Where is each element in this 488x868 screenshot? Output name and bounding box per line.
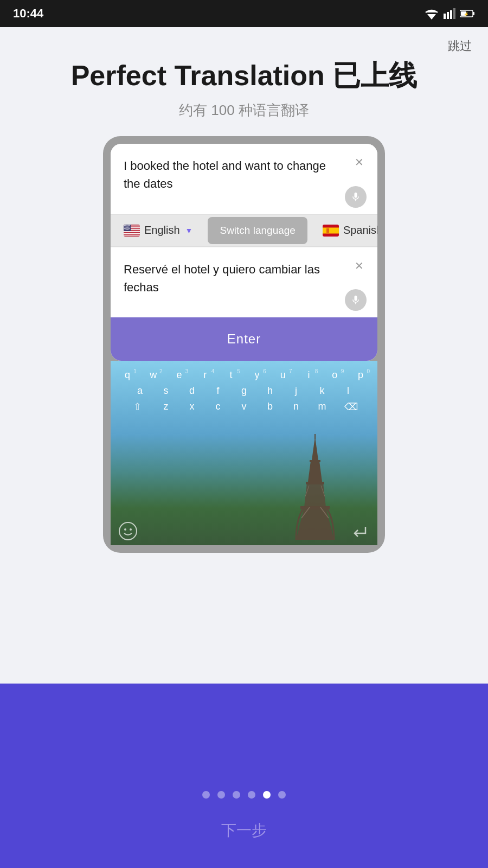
- switch-language-button[interactable]: Switch language: [208, 217, 307, 244]
- us-flag-icon: [124, 225, 140, 237]
- svg-rect-15: [124, 234, 140, 235]
- key-i[interactable]: 8i: [298, 369, 320, 381]
- svg-rect-52: [306, 482, 324, 484]
- status-time: 10:44: [13, 7, 43, 21]
- svg-rect-14: [124, 233, 140, 234]
- svg-rect-55: [310, 460, 320, 462]
- enter-key-icon[interactable]: [350, 521, 370, 541]
- key-l[interactable]: l: [337, 385, 359, 397]
- svg-point-39: [129, 228, 130, 229]
- svg-point-25: [129, 226, 129, 226]
- svg-point-26: [124, 226, 125, 227]
- key-w[interactable]: 2w: [142, 369, 165, 381]
- svg-point-19: [127, 225, 127, 225]
- dot-5[interactable]: [263, 791, 271, 799]
- svg-point-64: [130, 528, 132, 531]
- key-e[interactable]: 3e: [168, 369, 191, 381]
- source-lang-chevron: ▼: [185, 226, 193, 235]
- svg-point-33: [127, 227, 128, 228]
- keyboard-row-1: 1q 2w 3e 4r 5t 6y 7u 8i 9o 0p: [116, 369, 372, 381]
- bottom-section: 下一步: [0, 684, 488, 868]
- keyboard: 1q 2w 3e 4r 5t 6y 7u 8i 9o 0p: [111, 361, 377, 423]
- key-z[interactable]: z: [155, 401, 177, 413]
- next-button[interactable]: 下一步: [221, 820, 267, 841]
- mic-target-icon: [350, 295, 361, 305]
- enter-button[interactable]: Enter: [111, 317, 377, 361]
- svg-point-31: [125, 227, 125, 228]
- key-v[interactable]: v: [233, 401, 255, 413]
- emoji-icon[interactable]: [118, 521, 138, 541]
- svg-point-40: [125, 229, 125, 229]
- svg-point-29: [128, 226, 129, 227]
- svg-rect-6: [473, 12, 474, 15]
- dot-4[interactable]: [248, 791, 255, 799]
- close-target-button[interactable]: ✕: [351, 258, 367, 273]
- key-shift[interactable]: ⇧: [123, 401, 151, 413]
- svg-point-36: [125, 228, 126, 229]
- key-u[interactable]: 7u: [272, 369, 294, 381]
- svg-marker-56: [312, 437, 318, 460]
- key-m[interactable]: m: [311, 401, 333, 413]
- dot-2[interactable]: [217, 791, 225, 799]
- key-o[interactable]: 9o: [323, 369, 346, 381]
- key-q[interactable]: 1q: [116, 369, 139, 381]
- mic-source-button[interactable]: [345, 186, 367, 208]
- key-t[interactable]: 5t: [220, 369, 242, 381]
- source-lang-label: English: [144, 224, 180, 237]
- svg-point-37: [127, 228, 127, 229]
- close-source-button[interactable]: ✕: [351, 155, 367, 170]
- svg-point-62: [119, 522, 137, 540]
- key-p[interactable]: 0p: [349, 369, 372, 381]
- key-backspace[interactable]: ⌫: [337, 401, 365, 413]
- key-j[interactable]: j: [285, 385, 307, 397]
- key-s[interactable]: s: [155, 385, 177, 397]
- svg-marker-54: [315, 461, 322, 482]
- mic-target-button[interactable]: [345, 289, 367, 311]
- status-icons: ⚡: [424, 8, 475, 20]
- key-a[interactable]: a: [129, 385, 151, 397]
- dot-1[interactable]: [202, 791, 210, 799]
- svg-point-20: [128, 225, 129, 225]
- status-bar: 10:44 ⚡: [0, 0, 488, 27]
- dots-navigation: [202, 791, 286, 799]
- keyboard-row-3: ⇧ z x c v b n m ⌫: [116, 401, 372, 413]
- target-lang-button[interactable]: Spanish ▼: [310, 215, 377, 245]
- svg-rect-4: [453, 8, 455, 19]
- dot-3[interactable]: [233, 791, 240, 799]
- key-c[interactable]: c: [207, 401, 229, 413]
- svg-point-17: [124, 225, 125, 225]
- target-text: Reservé el hotel y quiero cambiar las fe…: [124, 260, 364, 296]
- wifi-icon: [424, 8, 439, 20]
- target-area: Reservé el hotel y quiero cambiar las fe…: [111, 247, 377, 317]
- keyboard-background: 1q 2w 3e 4r 5t 6y 7u 8i 9o 0p: [111, 361, 377, 545]
- target-lang-label: Spanish: [343, 224, 377, 237]
- key-d[interactable]: d: [181, 385, 203, 397]
- translation-card: I booked the hotel and want to change th…: [111, 144, 377, 361]
- key-r[interactable]: 4r: [194, 369, 216, 381]
- key-k[interactable]: k: [311, 385, 333, 397]
- svg-rect-57: [314, 434, 316, 439]
- language-bar: English ▼ Switch language Spanish ▼: [111, 214, 377, 247]
- key-h[interactable]: h: [259, 385, 281, 397]
- phone-mockup: I booked the hotel and want to change th…: [103, 136, 385, 553]
- title-section: Perfect Translation 已上线 约有 100 种语言翻译: [0, 27, 488, 136]
- subtitle: 约有 100 种语言翻译: [33, 101, 455, 120]
- svg-point-38: [128, 228, 129, 229]
- key-f[interactable]: f: [207, 385, 229, 397]
- key-y[interactable]: 6y: [246, 369, 268, 381]
- svg-point-30: [129, 226, 130, 227]
- signal-icon: [444, 8, 455, 19]
- page-wrapper: 跳过 Perfect Translation 已上线 约有 100 种语言翻译 …: [0, 27, 488, 868]
- key-x[interactable]: x: [181, 401, 203, 413]
- svg-point-28: [127, 226, 127, 227]
- source-lang-button[interactable]: English ▼: [111, 215, 206, 245]
- key-g[interactable]: g: [233, 385, 255, 397]
- svg-point-63: [124, 528, 126, 531]
- skip-button[interactable]: 跳过: [448, 38, 472, 54]
- key-b[interactable]: b: [259, 401, 281, 413]
- dot-6[interactable]: [278, 791, 286, 799]
- es-flag-icon: [323, 225, 339, 237]
- svg-rect-45: [323, 227, 339, 233]
- key-n[interactable]: n: [285, 401, 307, 413]
- svg-point-21: [129, 225, 130, 225]
